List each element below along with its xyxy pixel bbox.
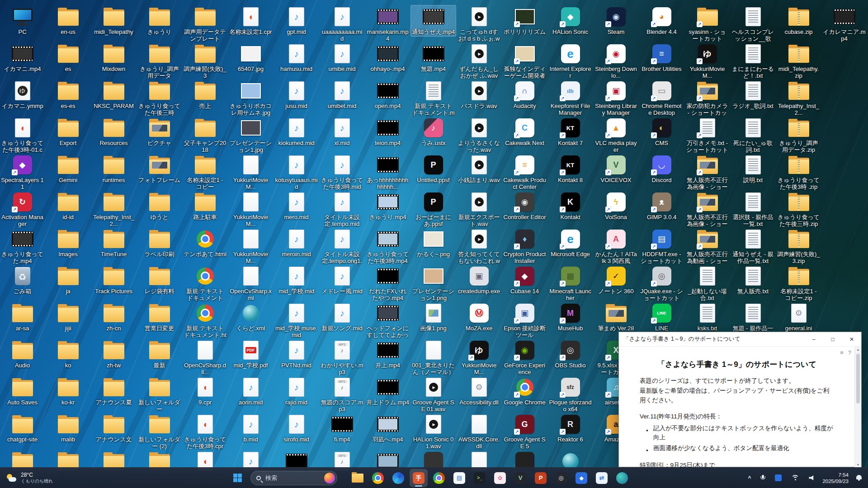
desktop-icon[interactable]: YukkuriMovieM... xyxy=(228,228,273,265)
desktop-icon[interactable]: ko-kr xyxy=(46,376,90,407)
desktop-icon[interactable]: LINE↗LINE xyxy=(639,302,684,333)
desktop-icon[interactable]: ▣↗Epson 接続診断ツール xyxy=(502,302,547,339)
desktop-icon[interactable]: 通知うぜえ.mp4 xyxy=(411,5,456,36)
desktop-icon[interactable]: KT↗Kontakt 7 xyxy=(548,117,593,147)
desktop-icon[interactable]: 最新 xyxy=(137,339,182,370)
desktop-icon[interactable]: ◖9.cpr xyxy=(183,376,227,407)
desktop-icon[interactable]: ↗Google Chrome xyxy=(502,376,547,407)
desktop-icon[interactable]: きゅうり食ってた午後3時 .zip xyxy=(776,154,821,191)
desktop-icon[interactable]: ◐↗CMS xyxy=(639,117,684,147)
desktop-icon[interactable]: ♪新規ソング.mid xyxy=(320,302,364,333)
desktop-icon[interactable]: ◕↗Blender 4.4 xyxy=(639,5,684,36)
desktop-icon[interactable]: ⓂMoZA.exe xyxy=(457,302,501,333)
desktop-icon[interactable]: ♦↗Crypton Product Installer xyxy=(502,228,547,265)
desktop-icon[interactable]: ≡↗Cakewalk Product Center xyxy=(502,154,547,191)
desktop-icon[interactable]: PUntitled.ppsf xyxy=(411,154,456,184)
desktop-icon[interactable]: ᴥ↗GIMP 3.0.4 xyxy=(639,191,684,221)
desktop-icon[interactable]: ゆうと xyxy=(137,191,182,221)
desktop-icon[interactable]: 売上 xyxy=(183,80,227,110)
desktop-icon[interactable]: e↗Microsoft Edge xyxy=(548,228,593,258)
desktop-icon[interactable]: ♪meroin.mid xyxy=(274,228,319,258)
desktop-icon[interactable]: TimeTune xyxy=(91,228,136,258)
desktop-icon[interactable]: ▶Groove Agent SE 01.wav xyxy=(411,376,456,413)
desktop-icon[interactable]: es xyxy=(46,42,90,73)
start-button[interactable] xyxy=(228,469,246,487)
network-tray-icon[interactable] xyxy=(789,473,801,483)
desktop-icon[interactable]: V↗VOICEVOX xyxy=(594,154,638,184)
ime-tray-icon[interactable] xyxy=(773,473,783,483)
desktop-icon[interactable]: ♪aorin.mid xyxy=(228,376,273,407)
desktop-icon[interactable]: 選択肢 - 親作品一覧.txt xyxy=(731,191,775,228)
desktop-icon[interactable]: あっhhhhhhhhhhhhhh... xyxy=(365,154,410,191)
desktop-icon[interactable]: OpenCvSharp.dll... xyxy=(183,339,227,376)
desktop-icon[interactable]: 65407.jpg xyxy=(228,42,273,73)
desktop-icon[interactable]: ♪kotusytuaaus.mid xyxy=(274,154,319,191)
desktop-icon[interactable]: YukkuriMovieM... xyxy=(228,191,273,228)
desktop-icon[interactable]: ◉↗GeForce Experience xyxy=(502,339,547,376)
desktop-icon[interactable]: ▶ずんだもん_しおかぜ ふ.wav xyxy=(457,42,501,80)
desktop-icon[interactable]: ▲↗VLC media player xyxy=(594,117,638,154)
desktop-icon[interactable]: ıllı↗Keepforest File Manager xyxy=(548,80,593,117)
desktop-icon[interactable]: ♪rajio.mid xyxy=(274,376,319,407)
desktop-icon[interactable]: NKSC_PARAM xyxy=(91,80,136,110)
desktop-icon[interactable]: ♪xl.mid xyxy=(320,117,364,147)
desktop-icon[interactable]: fi.mp4 xyxy=(320,413,364,444)
desktop-icon[interactable]: 筆まめ Ver.28 xyxy=(594,302,638,333)
desktop-icon[interactable]: ◆↗Cubase 14 xyxy=(502,265,547,296)
desktop-icon[interactable]: 無人販売.txt xyxy=(731,265,775,296)
desktop-icon[interactable]: midi_Telepathy.zip xyxy=(776,42,821,80)
microphone-tray-icon[interactable] xyxy=(759,473,767,483)
desktop-icon[interactable]: ◆↗HALion Sonic xyxy=(548,5,593,36)
desktop-icon[interactable]: イカマニ.mp4 xyxy=(0,42,45,73)
desktop-icon[interactable]: ヘルスコンプレッション__歌詞.txt xyxy=(731,5,775,43)
desktop-icon[interactable]: ↗万引きメモ.txt - ショートカット xyxy=(685,117,730,154)
desktop-icon[interactable]: ♪タイトル未設定.tempo.ong1.mid xyxy=(320,228,364,266)
desktop-icon[interactable]: ♪hamusu.mid xyxy=(274,42,319,73)
desktop-icon[interactable]: 画像1.png xyxy=(411,302,456,333)
desktop-icon[interactable]: K↗Kontakt xyxy=(548,191,593,221)
desktop-icon[interactable]: ◖きゅうり食ってた午後3時.cpr xyxy=(183,413,227,450)
desktop-icon[interactable]: ◖名称未設定1.cpr xyxy=(228,5,273,36)
desktop-icon[interactable]: OpenCvSharp.xml xyxy=(228,265,273,302)
desktop-icon[interactable]: きゅうりポカコレ用サムネ.jpg xyxy=(228,80,273,117)
desktop-icon[interactable]: ◉↗Steam xyxy=(594,5,638,36)
desktop-icon[interactable]: 新規 テキスト ドキュメント (2).html xyxy=(183,265,227,303)
desktop-icon[interactable]: フォトフレーム xyxy=(137,154,182,184)
desktop-icon[interactable]: 新しいフォルダー xyxy=(137,376,182,413)
desktop-icon[interactable]: ♪mero.mid xyxy=(274,191,319,221)
desktop-icon[interactable]: Resources xyxy=(91,117,136,147)
desktop-icon[interactable]: ▣↗Steinberg Library Manager xyxy=(594,80,638,117)
desktop-icon[interactable]: きゅうり xyxy=(137,5,182,36)
taskbar-app-paint-app[interactable]: ✿ xyxy=(491,469,509,487)
desktop-icon[interactable]: ar-sa xyxy=(0,302,45,333)
desktop-icon[interactable]: Mixdown xyxy=(91,42,136,73)
desktop-icon[interactable]: ↗ポリリリリズム xyxy=(502,5,547,36)
desktop-icon[interactable]: ♪メドレー風.mid xyxy=(320,265,364,296)
desktop-icon[interactable]: きゅうり食ってた午後三時.zip xyxy=(776,191,821,228)
desktop-icon[interactable]: MP3♪無題のスコア.mp3 xyxy=(320,376,364,413)
desktop-icon[interactable]: G↗Groove Agent SE 5 xyxy=(502,413,547,450)
desktop-icon[interactable]: ◎↗OBS Studio xyxy=(548,339,593,370)
desktop-icon[interactable]: zh-tw xyxy=(91,339,136,370)
desktop-icon[interactable]: KT↗Kontakt 8 xyxy=(548,154,593,184)
desktop-icon[interactable]: ♪umibe.mid xyxy=(320,42,364,73)
desktop-icon[interactable]: ゆ↗YukkuriMovieM... xyxy=(457,339,501,376)
desktop-icon[interactable]: ↻↗Activation Manager xyxy=(0,191,45,228)
desktop-icon[interactable]: 死にたい_ゅ歌詞.txt xyxy=(731,117,775,154)
desktop-icon[interactable]: アナウンス夏 xyxy=(91,376,136,407)
desktop-icon[interactable]: ▦↗Minecraft Launcher xyxy=(548,265,593,302)
desktop-icon[interactable]: sfz↗Plogue sforzando x64 xyxy=(548,376,593,413)
desktop-icon[interactable]: M↗MuseHub xyxy=(548,302,593,333)
volume-tray-icon[interactable] xyxy=(807,474,816,482)
scroll-up-icon[interactable]: ▲ xyxy=(856,348,860,351)
desktop-icon[interactable]: 路上駐車 xyxy=(183,191,227,221)
taskbar-app-obs-studio[interactable]: ◎ xyxy=(552,469,570,487)
desktop-icon[interactable]: プレゼンテーション1.jpg xyxy=(228,117,273,154)
desktop-icon[interactable]: 新しいフォルダー (2) xyxy=(137,413,182,450)
desktop-icon[interactable]: ♪mid_学校.mid xyxy=(274,265,319,296)
desktop-icon[interactable]: 羽凪へ.mp4 xyxy=(365,413,410,444)
desktop-icon[interactable]: ▶答え知ってくてもないわこれ.wav xyxy=(457,228,501,266)
taskbar-search[interactable] xyxy=(250,471,337,485)
desktop-icon[interactable]: ↗家の防犯カメラ - ショートカット xyxy=(685,80,730,117)
desktop-icon[interactable]: ♪uaaaaaaaaa.mid xyxy=(320,5,364,43)
